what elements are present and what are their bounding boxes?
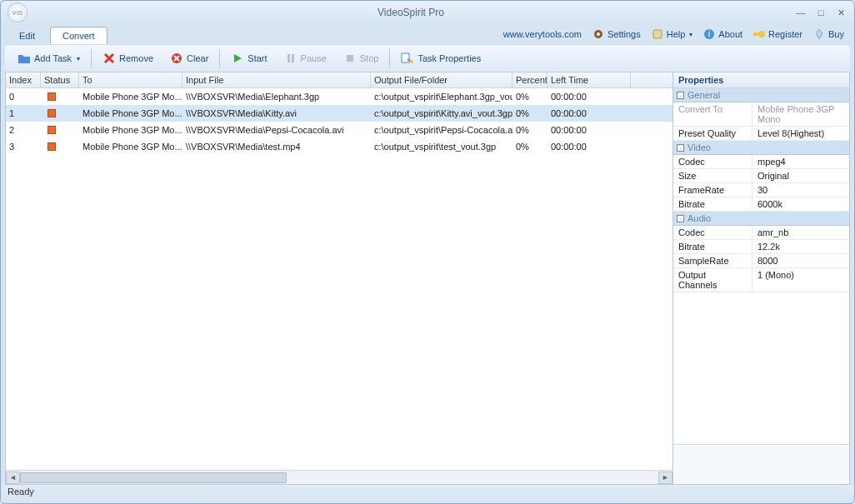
minimize-button[interactable]: — [794,7,808,18]
stop-button[interactable]: Stop [336,48,387,68]
prop-key: Codec [673,155,752,168]
link-buy[interactable]: Buy [809,26,848,42]
svg-text:i: i [708,28,710,38]
cell-percent: 0% [512,123,548,137]
cell-status [41,124,79,136]
settings-icon [592,27,605,41]
prop-group-header[interactable]: -Video [673,141,849,155]
close-button[interactable]: ✕ [834,7,848,18]
cell-index: 0 [6,90,41,103]
help-icon [651,27,664,41]
scroll-right-arrow[interactable]: ► [658,472,672,484]
properties-panel: Properties -GeneralConvert ToMobile Phon… [673,72,850,485]
prop-group-header[interactable]: -Audio [673,212,849,226]
buy-icon [812,27,826,41]
scroll-thumb[interactable] [20,472,287,483]
col-lefttime[interactable]: Left Time [548,72,631,87]
collapse-icon: - [677,215,684,222]
add-task-button[interactable]: Add Task▾ [10,48,88,68]
table-row[interactable]: 0Mobile Phone 3GP Mo...\\VBOXSVR\Media\E… [6,88,672,105]
property-row[interactable]: Codecamr_nb [673,226,849,240]
property-row[interactable]: Output Channels1 (Mono) [673,268,849,292]
clear-button[interactable]: Clear [162,48,216,68]
app-logo: VIS [8,2,28,22]
cell-input: \\VBOXSVR\Media\Pepsi-Cocacola.avi [182,123,371,137]
cell-to: Mobile Phone 3GP Mo... [79,107,182,120]
property-row[interactable]: SampleRate8000 [673,254,849,268]
prop-key: Output Channels [673,268,752,292]
col-index[interactable]: Index [6,72,41,87]
status-indicator [48,142,56,151]
menu-convert[interactable]: Convert [50,27,108,44]
cell-percent: 0% [512,140,548,153]
window-title: VideoSpirit Pro [28,7,794,18]
cell-output: c:\output_vspirit\Pepsi-Cocacola.avi_... [371,123,512,137]
pause-button[interactable]: Pause [277,48,334,68]
cell-lefttime: 00:00:00 [548,107,631,120]
svg-rect-11 [402,53,409,62]
prop-group-header[interactable]: -General [673,88,849,102]
table-row[interactable]: 2Mobile Phone 3GP Mo...\\VBOXSVR\Media\P… [6,122,672,138]
link-site[interactable]: www.verytools.com [500,27,585,41]
property-row[interactable]: Preset QualityLevel 8(Highest) [673,127,849,141]
property-row[interactable]: Codecmpeg4 [673,155,849,169]
pause-icon [284,52,298,65]
collapse-icon: - [677,92,684,99]
col-percent[interactable]: Percent [512,72,548,87]
col-status[interactable]: Status [41,72,79,87]
property-row[interactable]: Bitrate6000k [673,197,849,212]
prop-key: Bitrate [673,240,752,253]
group-name: General [688,90,720,100]
link-about[interactable]: iAbout [699,26,746,42]
prop-value: amr_nb [752,226,849,239]
task-properties-button[interactable]: Task Properties [393,48,488,68]
horizontal-scrollbar[interactable]: ◄ ► [6,470,672,484]
col-input[interactable]: Input File [182,72,371,87]
prop-value: Mobile Phone 3GP Mono [752,102,849,126]
cell-status [41,107,79,119]
cell-status [41,141,79,152]
prop-key: SampleRate [673,254,752,267]
register-icon [752,27,766,41]
link-register[interactable]: Register [749,26,806,42]
menu-edit[interactable]: Edit [8,27,47,44]
col-output[interactable]: Output File/Folder [371,72,512,87]
property-row[interactable]: Bitrate12.2k [673,240,849,254]
task-grid: Index Status To Input File Output File/F… [5,72,673,485]
cell-output: c:\output_vspirit\Elephant.3gp_vout.... [371,90,512,103]
statusbar: Ready [1,485,854,502]
prop-key: Size [673,169,752,182]
properties-icon [401,52,414,65]
folder-add-icon [18,52,31,65]
prop-value: 8000 [752,254,849,267]
property-row[interactable]: Convert ToMobile Phone 3GP Mono [673,102,849,127]
maximize-button[interactable]: □ [814,7,828,18]
svg-rect-6 [753,32,760,36]
prop-key: Convert To [673,102,752,126]
cell-output: c:\output_vspirit\test_vout.3gp [371,140,512,153]
cell-to: Mobile Phone 3GP Mo... [79,123,182,137]
property-row[interactable]: FrameRate30 [673,183,849,197]
svg-point-1 [597,32,600,36]
start-button[interactable]: Start [223,48,274,68]
menubar: Edit Convert www.verytools.com Settings … [1,24,854,44]
remove-icon [102,52,116,65]
link-help[interactable]: Help▾ [648,26,697,42]
table-row[interactable]: 3Mobile Phone 3GP Mo...\\VBOXSVR\Media\t… [6,138,672,155]
cell-lefttime: 00:00:00 [548,90,631,103]
prop-key: FrameRate [673,183,752,197]
link-settings[interactable]: Settings [588,26,644,42]
properties-footer [673,444,849,484]
cell-percent: 0% [512,90,548,103]
col-to[interactable]: To [79,72,182,87]
remove-button[interactable]: Remove [95,48,161,68]
status-indicator [48,109,56,117]
cell-index: 3 [6,140,41,153]
svg-point-12 [410,60,413,63]
svg-rect-9 [292,54,294,62]
property-row[interactable]: SizeOriginal [673,169,849,183]
toolbar: Add Task▾ Remove Clear Start Pause Stop … [5,44,850,72]
grid-header: Index Status To Input File Output File/F… [6,72,672,88]
table-row[interactable]: 1Mobile Phone 3GP Mo...\\VBOXSVR\Media\K… [6,105,672,122]
scroll-left-arrow[interactable]: ◄ [6,472,20,484]
